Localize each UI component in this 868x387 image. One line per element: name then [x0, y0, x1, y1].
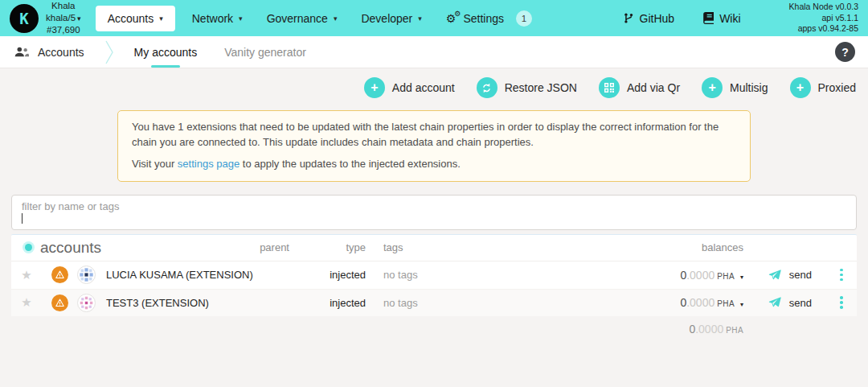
add-via-qr-button[interactable]: Add via Qr [599, 77, 680, 98]
nav-label: Network [192, 12, 233, 25]
account-name[interactable]: LUCIA KUSAMA (EXTENSION) [106, 269, 249, 281]
extension-update-banner: You have 1 extensions that need to be up… [117, 110, 751, 182]
send-label: send [789, 297, 812, 309]
account-identicon[interactable] [77, 266, 96, 284]
banner-text: You have 1 extensions that need to be up… [132, 120, 736, 150]
apps-version: apps v0.94.2-85 [789, 23, 858, 35]
action-label: Add via Qr [627, 81, 680, 94]
account-name[interactable]: TEST3 (EXTENSION) [106, 297, 249, 309]
nav-item-network[interactable]: Network ▾ [180, 6, 255, 31]
plus-icon: + [364, 77, 385, 98]
text-cursor [22, 213, 23, 224]
account-identicon[interactable] [77, 294, 96, 312]
warning-icon[interactable] [51, 294, 68, 311]
table-title: accounts [11, 239, 249, 257]
warning-icon[interactable] [51, 266, 68, 283]
accounts-table: accounts parent type tags balances ★ LUC… [11, 234, 857, 316]
breadcrumb: Accounts [0, 46, 84, 59]
wiki-label: Wiki [719, 12, 740, 25]
github-link[interactable]: GitHub [623, 12, 675, 25]
nav-item-governance[interactable]: Governance ▾ [255, 6, 350, 31]
account-type: injected [289, 269, 366, 281]
send-button[interactable]: send [743, 296, 826, 309]
table-header: accounts parent type tags balances [11, 235, 857, 261]
multisig-button[interactable]: + Multisig [702, 77, 768, 98]
external-links: GitHub Wiki [623, 12, 741, 25]
restore-json-button[interactable]: Restore JSON [477, 77, 577, 98]
khala-logo-icon[interactable]: K [10, 4, 39, 33]
sync-icon [477, 77, 497, 98]
book-icon [703, 12, 714, 24]
filter-input[interactable]: filter by name or tags [11, 195, 857, 230]
total-balance-row: 0.0000PHA [11, 316, 857, 342]
action-label: Add account [392, 81, 455, 94]
nav-label: Settings [463, 12, 504, 25]
main-content: + Add account Restore JSON Add via Qr + … [0, 76, 868, 342]
paper-plane-icon [768, 269, 781, 282]
favorite-star-icon[interactable]: ★ [11, 268, 42, 282]
tabs: My accounts Vanity generator [134, 36, 306, 68]
add-account-button[interactable]: + Add account [364, 77, 455, 98]
action-label: Proxied [818, 81, 856, 94]
node-version: Khala Node v0.0.3 [789, 2, 858, 13]
send-button[interactable]: send [743, 269, 826, 282]
nav-label: Governance [267, 12, 328, 25]
account-balance: 0.0000PHA▾ [518, 296, 743, 309]
brand-area: K Khala khala/5▾ #37,690 [0, 0, 81, 36]
nav-label: Developer [361, 12, 412, 25]
account-type: injected [289, 297, 366, 309]
question-mark-icon: ? [841, 46, 849, 59]
column-header-type: type [289, 241, 366, 253]
caret-down-icon: ▾ [77, 14, 81, 23]
chain-selector[interactable]: Khala khala/5▾ #37,690 [46, 0, 81, 36]
favorite-star-icon[interactable]: ★ [11, 295, 42, 310]
nav-item-developer[interactable]: Developer ▾ [349, 6, 433, 31]
column-header-parent: parent [249, 241, 289, 253]
best-block-number: #37,690 [46, 24, 81, 36]
gears-icon: ⚙⚙ [446, 12, 457, 25]
plus-icon: + [790, 77, 811, 98]
paper-plane-icon [768, 296, 781, 309]
logo-letter: K [19, 10, 28, 27]
column-header-balances: balances [518, 241, 743, 253]
caret-down-icon: ▾ [159, 14, 163, 23]
filter-placeholder: filter by name or tags [22, 200, 846, 212]
tab-vanity-generator[interactable]: Vanity generator [224, 36, 306, 68]
users-icon [14, 47, 29, 57]
column-header-tags: tags [366, 241, 518, 253]
accounts-dot-icon [25, 244, 32, 251]
top-navigation-bar: K Khala khala/5▾ #37,690 Accounts ▾ Netw… [0, 0, 868, 36]
section-tab-bar: Accounts My accounts Vanity generator ? [0, 36, 868, 68]
proxied-button[interactable]: + Proxied [790, 77, 856, 98]
account-tags: no tags [366, 269, 518, 281]
nav-item-settings[interactable]: ⚙⚙ Settings 1 [434, 4, 544, 33]
settings-update-badge: 1 [516, 10, 532, 27]
help-button[interactable]: ? [835, 42, 855, 62]
chain-name: Khala [46, 0, 81, 12]
tab-my-accounts[interactable]: My accounts [134, 36, 198, 68]
chain-spec: khala/5▾ [46, 12, 81, 24]
row-menu-button[interactable] [826, 269, 857, 282]
caret-down-icon: ▾ [334, 14, 338, 23]
plus-icon: + [702, 77, 723, 98]
action-label: Multisig [730, 81, 768, 94]
vertical-dots-icon [840, 269, 843, 282]
banner-text-2: Visit your settings page to apply the up… [132, 157, 736, 172]
nav-item-accounts[interactable]: Accounts ▾ [96, 6, 175, 31]
wiki-link[interactable]: Wiki [703, 12, 740, 25]
caret-down-icon: ▾ [239, 14, 243, 23]
version-info: Khala Node v0.0.3 api v5.1.1 apps v0.94.… [789, 2, 858, 35]
code-branch-icon [623, 12, 634, 24]
vertical-dots-icon [840, 296, 843, 309]
account-row: ★ TEST3 (EXTENSION) injected no tags 0.0… [11, 289, 857, 316]
account-row: ★ LUCIA KUSAMA (EXTENSION) injected no t… [11, 261, 857, 289]
send-label: send [789, 269, 812, 281]
account-balance: 0.0000PHA▾ [518, 269, 743, 282]
caret-down-icon: ▾ [418, 14, 422, 23]
github-label: GitHub [640, 12, 675, 25]
row-menu-button[interactable] [826, 296, 857, 309]
qr-code-icon [599, 77, 620, 98]
settings-page-link[interactable]: settings page [178, 158, 240, 170]
action-label: Restore JSON [505, 81, 577, 94]
total-balance: 0.0000PHA [518, 323, 743, 336]
